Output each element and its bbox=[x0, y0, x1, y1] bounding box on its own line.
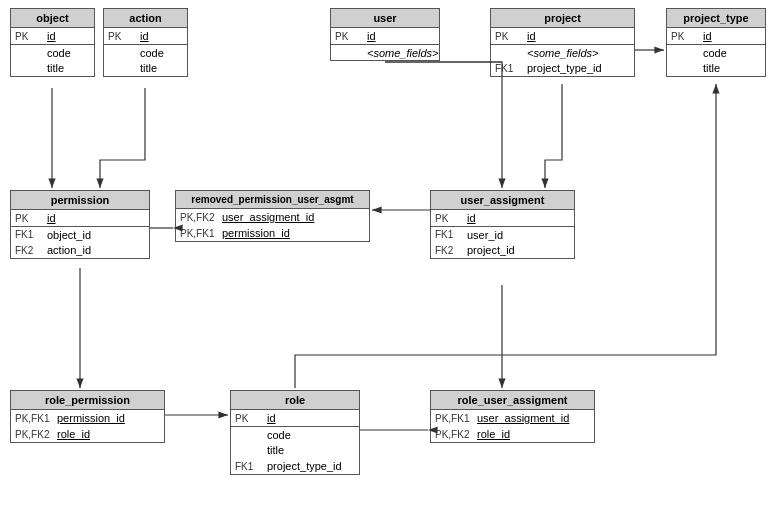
entity-role: role PKid code title FK1project_type_id bbox=[230, 390, 360, 475]
entity-permission: permission PKid FK1object_id FK2action_i… bbox=[10, 190, 150, 259]
arrow-user-userasgmt2 bbox=[385, 62, 502, 188]
entity-project-type-title: project_type bbox=[667, 9, 765, 28]
entity-role-permission: role_permission PK,FK1permission_id PK,F… bbox=[10, 390, 165, 443]
entity-user-assigment-title: user_assigment bbox=[431, 191, 574, 210]
entity-role-title: role bbox=[231, 391, 359, 410]
entity-user-assigment: user_assigment PKid FK1user_id FK2projec… bbox=[430, 190, 575, 259]
entity-action: action PKid code title bbox=[103, 8, 188, 77]
arrow-project-userasgmt bbox=[545, 84, 562, 188]
field-label: id bbox=[47, 30, 56, 42]
arrow-action-permission bbox=[100, 88, 145, 188]
entity-user-title: user bbox=[331, 9, 439, 28]
entity-role-user-assigment: role_user_assigment PK,FK1user_assigment… bbox=[430, 390, 595, 443]
entity-removed-permission-user-asgmt: removed_permission_user_asgmt PK,FK2user… bbox=[175, 190, 370, 242]
entity-project: project PKid <some_fields> FK1project_ty… bbox=[490, 8, 635, 77]
key-label: PK bbox=[15, 31, 47, 42]
entity-removed-permission-title: removed_permission_user_asgmt bbox=[176, 191, 369, 209]
entity-project-title: project bbox=[491, 9, 634, 28]
entity-user: user PKid <some_fields> bbox=[330, 8, 440, 61]
entity-role-permission-title: role_permission bbox=[11, 391, 164, 410]
erd-diagram: object PKid code title action PKid code … bbox=[0, 0, 772, 524]
entity-object: object PKid code title bbox=[10, 8, 95, 77]
entity-object-title: object bbox=[11, 9, 94, 28]
entity-permission-title: permission bbox=[11, 191, 149, 210]
entity-role-user-assigment-title: role_user_assigment bbox=[431, 391, 594, 410]
entity-action-title: action bbox=[104, 9, 187, 28]
relationship-arrows bbox=[0, 0, 772, 524]
entity-project-type: project_type PKid code title bbox=[666, 8, 766, 77]
